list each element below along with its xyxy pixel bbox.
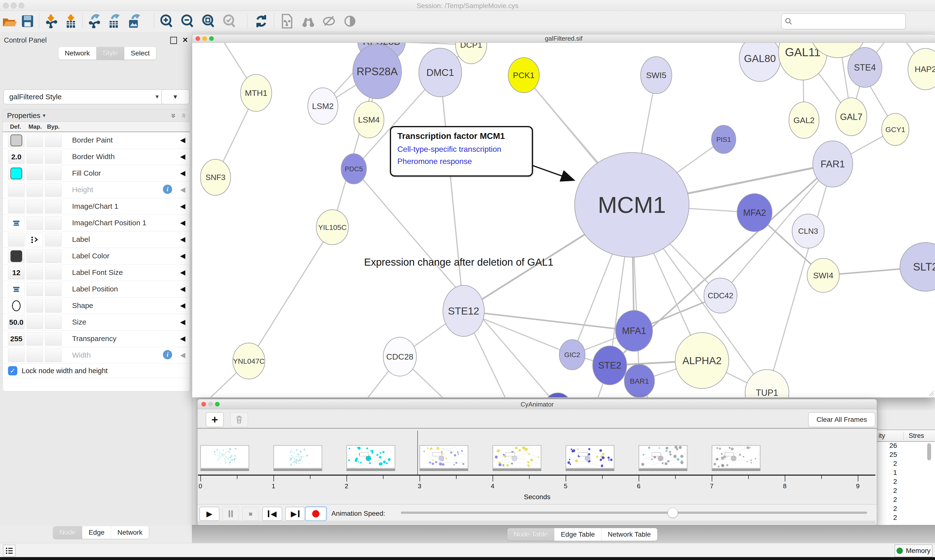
style-options-button[interactable]: ▼: [161, 89, 190, 105]
node-ste4[interactable]: STE4: [848, 48, 882, 87]
frame-thumbnail-5[interactable]: [492, 445, 541, 471]
node-mcm1[interactable]: MCM1: [575, 152, 689, 257]
network-file-icon[interactable]: [279, 13, 295, 29]
stop-button[interactable]: ■: [242, 507, 259, 521]
expand-row-icon[interactable]: ◀: [180, 219, 185, 227]
resize-grip-icon[interactable]: [927, 389, 934, 396]
tab-network[interactable]: Network: [111, 526, 149, 539]
node-dmc1[interactable]: DMC1: [419, 48, 462, 97]
node-rps28a[interactable]: RPS28A: [353, 44, 401, 99]
node-mth1[interactable]: MTH1: [241, 74, 272, 111]
node-swi4[interactable]: SWI4: [807, 258, 839, 292]
network-window-titlebar[interactable]: galFiltered.sif: [192, 34, 935, 43]
expand-row-icon[interactable]: ◀: [180, 302, 185, 309]
memory-button[interactable]: Memory: [895, 545, 933, 557]
pause-button[interactable]: [222, 507, 239, 521]
node-yil105c[interactable]: YIL105C: [316, 210, 349, 245]
animation-speed-slider[interactable]: [401, 512, 867, 514]
timeline-playhead[interactable]: [417, 431, 418, 475]
close-panel-icon[interactable]: ×: [183, 35, 188, 45]
open-session-icon[interactable]: [2, 13, 17, 29]
zoom-fit-icon[interactable]: [200, 13, 216, 29]
node-gal7[interactable]: GAL7: [836, 98, 867, 136]
properties-header[interactable]: Properties ▾ » »: [3, 109, 190, 122]
export-network-icon[interactable]: [86, 13, 102, 29]
color-swatch[interactable]: [11, 134, 22, 146]
expand-all-icon[interactable]: »: [169, 113, 179, 118]
property-row-fill-color[interactable]: Fill Color◀: [3, 165, 190, 182]
search-sites-icon[interactable]: [300, 13, 316, 29]
search-input[interactable]: [795, 17, 902, 26]
node-pis1[interactable]: PIS1: [711, 125, 736, 154]
tab-node[interactable]: Node: [53, 526, 82, 539]
property-row-label-color[interactable]: Label Color◀: [3, 248, 190, 265]
expand-row-icon[interactable]: ◀: [180, 186, 185, 194]
network-edge[interactable]: [440, 72, 464, 311]
skip-to-start-button[interactable]: ◀: [262, 507, 282, 521]
tab-select[interactable]: Select: [124, 47, 156, 60]
expand-row-icon[interactable]: ◀: [180, 202, 185, 210]
expand-row-icon[interactable]: ◀: [180, 169, 185, 177]
node-gal80[interactable]: GAL80: [739, 43, 781, 82]
collapse-all-icon[interactable]: »: [178, 113, 188, 118]
property-row-label-position[interactable]: Label Position◀: [3, 281, 190, 297]
property-row-label[interactable]: Label◀: [3, 231, 190, 248]
column-header[interactable]: Stres: [909, 432, 924, 440]
timeline-scrollbar[interactable]: [198, 521, 875, 524]
lock-node-size-checkbox[interactable]: ✓: [8, 366, 17, 375]
node-ynl047c[interactable]: YNL047C: [233, 343, 265, 379]
expand-row-icon[interactable]: ◀: [180, 285, 185, 293]
export-table-icon[interactable]: [106, 13, 122, 29]
node-cdc28[interactable]: CDC28: [383, 337, 417, 376]
node-far1[interactable]: FAR1: [813, 141, 853, 187]
node-ste2[interactable]: STE2: [592, 346, 627, 385]
node-swi5[interactable]: SWI5: [640, 57, 672, 94]
property-row-transparency[interactable]: 255Transparency◀: [3, 331, 190, 347]
color-swatch[interactable]: [11, 168, 22, 179]
zoom-in-icon[interactable]: [158, 13, 174, 29]
color-swatch[interactable]: [11, 250, 22, 262]
default-value[interactable]: 50.0: [9, 318, 23, 326]
import-table-icon[interactable]: [63, 13, 79, 29]
node-cln3[interactable]: CLN3: [792, 214, 824, 248]
frame-thumbnail-8[interactable]: [712, 445, 761, 471]
node-ste12[interactable]: STE12: [443, 285, 484, 337]
node-pck1[interactable]: PCK1: [508, 58, 539, 93]
node-lsm4[interactable]: LSM4: [354, 102, 384, 138]
frame-thumbnail-4[interactable]: [420, 445, 468, 471]
tab-style[interactable]: Style: [96, 47, 124, 60]
default-value[interactable]: 255: [10, 335, 22, 343]
tab-edge-table[interactable]: Edge Table: [554, 528, 602, 541]
info-icon[interactable]: i: [163, 350, 172, 359]
hide-graphics-icon[interactable]: [321, 13, 337, 29]
frame-thumbnail-1[interactable]: [201, 445, 249, 471]
import-network-icon[interactable]: [43, 13, 59, 29]
frame-thumbnail-2[interactable]: [273, 445, 322, 471]
add-frame-button[interactable]: +: [206, 412, 224, 427]
network-canvas[interactable]: RPS28BDCP1DMC1RPS28APCK1SWI5GAL80GAL11ST…: [192, 43, 935, 397]
default-value[interactable]: 12: [12, 269, 20, 277]
property-row-border-paint[interactable]: Border Paint◀: [3, 132, 190, 149]
search-field[interactable]: [781, 13, 906, 29]
node-gic2[interactable]: GIC2: [559, 340, 585, 370]
zoom-selected-icon[interactable]: [221, 13, 237, 29]
export-image-icon[interactable]: [126, 13, 142, 29]
float-window-icon[interactable]: [170, 37, 177, 44]
annotation-link[interactable]: Cell-type-specific transcription: [397, 145, 501, 154]
node-pdc5[interactable]: PDC5: [341, 154, 366, 184]
show-graphics-icon[interactable]: [342, 13, 358, 29]
table-scrollbar[interactable]: [927, 443, 931, 460]
frame-thumbnail-6[interactable]: [566, 445, 614, 471]
property-row-image-chart-1[interactable]: Image/Chart 1◀: [3, 198, 190, 215]
refresh-view-icon[interactable]: [253, 13, 269, 29]
task-history-button[interactable]: [3, 545, 15, 557]
property-row-size[interactable]: 50.0Size◀: [3, 314, 190, 331]
property-row-width[interactable]: Widthi◀: [3, 347, 190, 364]
tab-node-table[interactable]: Node Table: [507, 528, 554, 541]
node-tup1[interactable]: TUP1: [745, 369, 789, 397]
expand-row-icon[interactable]: ◀: [180, 318, 185, 326]
property-row-shape[interactable]: Shape◀: [3, 297, 190, 314]
network-edge[interactable]: [249, 227, 332, 361]
node-slt2[interactable]: SLT2: [900, 243, 935, 291]
node-bar1[interactable]: BAR1: [624, 365, 654, 397]
